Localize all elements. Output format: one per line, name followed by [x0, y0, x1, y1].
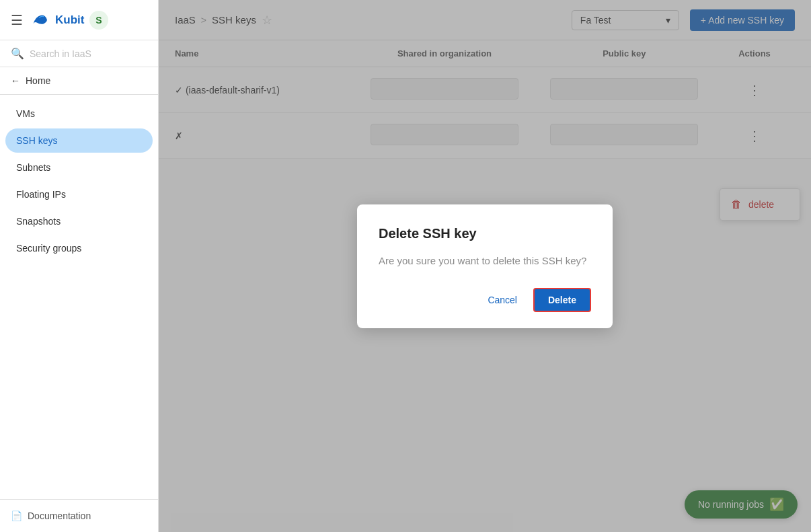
delete-dialog: Delete SSH key Are you sure you want to … [357, 204, 613, 328]
docs-label: Documentation [28, 510, 91, 521]
cancel-button[interactable]: Cancel [479, 289, 525, 311]
sidebar-item-security-groups[interactable]: Security groups [0, 235, 158, 262]
sidebar-nav: VMs SSH keys Subnets Floating IPs Snapsh… [0, 95, 158, 499]
sidebar-home-item[interactable]: ← Home [0, 67, 158, 95]
sidebar-item-vms[interactable]: VMs [0, 100, 158, 127]
dialog-body: Are you sure you want to delete this SSH… [379, 255, 591, 266]
modal-overlay: Delete SSH key Are you sure you want to … [159, 0, 811, 532]
dialog-title: Delete SSH key [379, 226, 591, 241]
svg-text:S: S [96, 15, 102, 26]
delete-button[interactable]: Delete [533, 288, 591, 312]
sidebar: ☰ Kubit S 🔍 Search in IaaS ← Home VMs SS… [0, 0, 159, 532]
sidebar-item-snapshots[interactable]: Snapshots [0, 208, 158, 235]
home-label: Home [26, 75, 50, 86]
dialog-actions: Cancel Delete [379, 288, 591, 312]
search-area[interactable]: 🔍 Search in IaaS [0, 40, 158, 67]
sidebar-item-subnets[interactable]: Subnets [0, 154, 158, 181]
kubit-logo-text: Kubit [55, 13, 84, 27]
kubit-bird-icon [31, 11, 50, 30]
sidebar-item-ssh-keys[interactable]: SSH keys [5, 128, 153, 153]
logo-area: Kubit S [31, 11, 108, 30]
search-placeholder: Search in IaaS [30, 48, 91, 59]
search-icon: 🔍 [11, 47, 24, 60]
s-logo-icon: S [89, 11, 108, 30]
docs-icon: 📄 [11, 510, 22, 521]
sidebar-item-floating-ips[interactable]: Floating IPs [0, 181, 158, 208]
sidebar-top: ☰ Kubit S [0, 0, 158, 40]
main-content: IaaS > SSH keys ☆ Fa Test ▾ + Add new SS… [159, 0, 811, 532]
hamburger-icon[interactable]: ☰ [11, 12, 23, 28]
sidebar-documentation[interactable]: 📄 Documentation [0, 499, 158, 532]
back-arrow-icon: ← [11, 75, 20, 86]
